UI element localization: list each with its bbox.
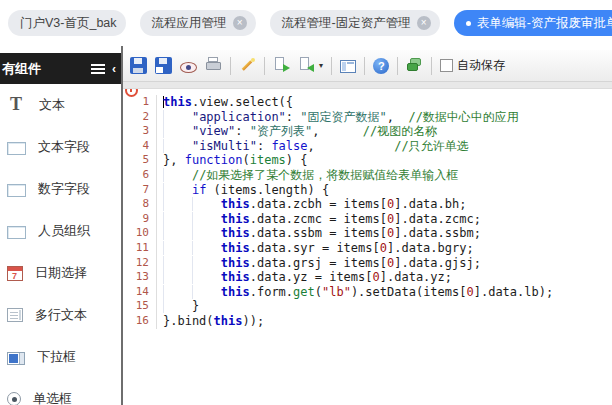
code-token (163, 212, 221, 226)
tab[interactable]: 流程应用管理× (140, 10, 256, 36)
people-org-icon (7, 226, 26, 239)
tab-close-icon[interactable]: × (233, 16, 247, 30)
code-token: ) { (286, 153, 308, 167)
code-token: "固定资产数据" (300, 110, 386, 124)
code-token (163, 226, 221, 240)
code-text: this.data.grsj = items[0].data.gjsj; (163, 256, 481, 271)
code-editor[interactable]: 1this.view.select({2 "application": "固定资… (123, 89, 612, 405)
components-sidebar: 有组件 ‹ 文本文本字段数字字段人员组织日期选择多行文本下拉框单选框 (0, 46, 123, 405)
code-text: this.data.zcmc = items[0].data.zcmc; (163, 212, 481, 227)
line-number: 12 (123, 256, 157, 271)
collapse-icon[interactable]: ‹ (112, 63, 116, 75)
code-text: "view": "资产列表", //视图的名称 (163, 124, 437, 139)
dropdown-caret-icon[interactable]: ▾ (319, 61, 323, 70)
line-number: 9 (123, 212, 157, 227)
tab-label: 流程管理-固定资产管理 (282, 15, 411, 32)
code-token: 0 (380, 241, 387, 255)
sidebar-item[interactable]: 下拉框 (0, 336, 121, 378)
line-number: 8 (123, 197, 157, 212)
tab[interactable]: 流程管理-固定资产管理× (270, 10, 440, 36)
code-text: if (items.length) { (163, 183, 329, 198)
sidebar-item[interactable]: 日期选择 (0, 252, 121, 294)
hamburger-icon[interactable] (91, 64, 105, 74)
toolbar-divider (123, 82, 612, 89)
code-token: ].data.gjsj; (394, 256, 481, 270)
code-token: .data.zcbh = items[ (250, 197, 387, 211)
number-field-icon (7, 184, 26, 197)
code-line: 13 this.data.yz = items[0].data.yz; (123, 270, 612, 285)
code-text: //如果选择了某个数据，将数据赋值给表单输入框 (163, 168, 458, 183)
save-icon[interactable] (130, 57, 147, 74)
code-token: false (271, 139, 307, 153)
line-number: 10 (123, 226, 157, 241)
component-label: 数字字段 (38, 180, 90, 198)
layers-icon[interactable] (406, 57, 423, 74)
code-line: 16}.bind(this)); (123, 314, 612, 329)
tab[interactable]: 门户V3-首页_bak (8, 10, 126, 36)
code-text: "application": "固定资产数据", //数据中心中的应用 (163, 110, 519, 125)
textarea-icon (7, 308, 23, 322)
code-token: : (286, 110, 300, 124)
code-token: items (250, 153, 286, 167)
component-label: 文本 (39, 96, 65, 114)
editor-panel: ▾自动保存 1this.view.select({2 "application"… (123, 46, 612, 405)
tab-bar: 门户V3-首页_bak流程应用管理×流程管理-固定资产管理×表单编辑-资产报废审… (0, 0, 612, 46)
code-token: ].data.bgry; (387, 241, 474, 255)
text-field-icon (7, 142, 26, 155)
content-area: 有组件 ‹ 文本文本字段数字字段人员组织日期选择多行文本下拉框单选框 ▾自动保存… (0, 46, 612, 405)
layout-panel-icon[interactable] (340, 60, 356, 73)
sidebar-item[interactable]: 人员组织 (0, 210, 121, 252)
code-token (163, 124, 192, 138)
code-line: 1this.view.select({ (123, 95, 612, 110)
tab-active[interactable]: 表单编辑-资产报废审批单× (454, 10, 612, 36)
line-number: 5 (123, 153, 157, 168)
code-token: "lb" (322, 285, 351, 299)
code-token: .view.select({ (192, 95, 293, 109)
code-line: 15 } (123, 299, 612, 314)
autosave-toggle[interactable]: 自动保存 (440, 57, 505, 74)
code-token: ].data.ssbm; (394, 226, 481, 240)
code-text: this.view.select({ (163, 95, 293, 110)
code-token: .data.ssbm = items[ (250, 226, 387, 240)
tab-label: 流程应用管理 (152, 15, 227, 32)
preview-icon[interactable] (180, 62, 197, 73)
code-token: ).setData(items[ (351, 285, 467, 299)
code-line: 3 "view": "资产列表", //视图的名称 (123, 124, 612, 139)
sidebar-item-list: 文本文本字段数字字段人员组织日期选择多行文本下拉框单选框 (0, 84, 121, 405)
code-token: (items.length) { (206, 183, 329, 197)
sidebar-item[interactable]: 多行文本 (0, 294, 121, 336)
code-token: ].data.zcmc; (394, 212, 481, 226)
sidebar-item[interactable]: 数字字段 (0, 168, 121, 210)
code-token: .data.yz = items[ (250, 270, 373, 284)
code-token: this (221, 256, 250, 270)
code-token: .data.grsj = items[ (250, 256, 387, 270)
tab-close-icon[interactable]: × (417, 16, 431, 30)
print-icon[interactable] (205, 57, 222, 74)
autosave-checkbox[interactable] (440, 59, 453, 72)
code-text: } (163, 299, 199, 314)
code-token: , (312, 124, 363, 138)
sidebar-item[interactable]: 单选框 (0, 378, 121, 405)
component-label: 人员组织 (38, 222, 90, 240)
format-wand-icon[interactable] (239, 57, 256, 74)
component-label: 文本字段 (38, 138, 90, 156)
code-token (163, 241, 221, 255)
line-number: 14 (123, 285, 157, 300)
code-token (163, 183, 192, 197)
code-line: 8 this.data.zcbh = items[0].data.bh; (123, 197, 612, 212)
code-token: ].data.yz; (380, 270, 452, 284)
import-icon[interactable] (298, 57, 315, 74)
code-token: "application" (192, 110, 286, 124)
sidebar-item[interactable]: 文本 (0, 84, 121, 126)
component-label: 多行文本 (35, 306, 87, 324)
save-as-icon[interactable] (155, 57, 172, 74)
sidebar-title: 有组件 (2, 60, 91, 78)
line-number: 6 (123, 168, 157, 183)
help-icon[interactable] (373, 58, 389, 74)
code-token (163, 299, 192, 313)
export-icon[interactable] (273, 57, 290, 74)
radio-icon (7, 392, 21, 405)
sidebar-item[interactable]: 文本字段 (0, 126, 121, 168)
dropdown-icon (7, 352, 25, 365)
code-token: this (221, 285, 250, 299)
